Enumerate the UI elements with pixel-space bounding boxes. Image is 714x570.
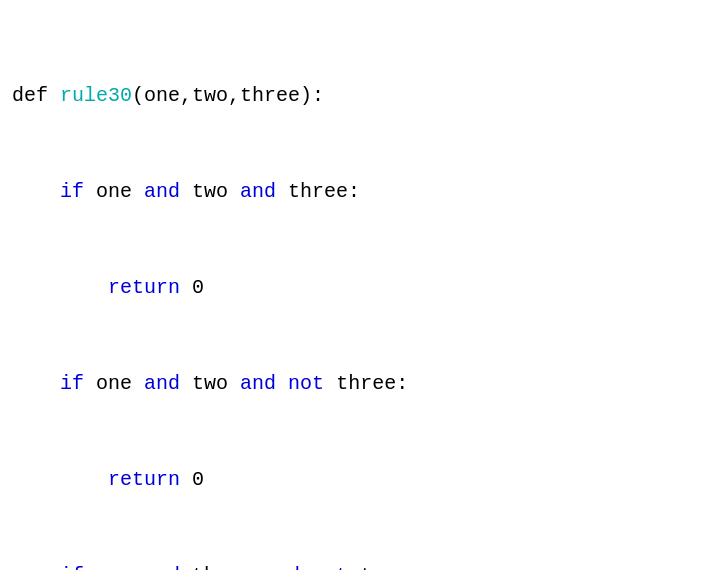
def-keyword: def bbox=[12, 84, 60, 107]
var: three: bbox=[324, 372, 408, 395]
var: three bbox=[180, 564, 264, 570]
if-keyword: if bbox=[60, 564, 84, 570]
line-1: if one and two and three: bbox=[12, 176, 702, 208]
line-1-return: return 0 bbox=[12, 272, 702, 304]
return-keyword: return bbox=[108, 468, 180, 491]
and-keyword: and bbox=[264, 564, 300, 570]
line-3: if one and three and not two: bbox=[12, 560, 702, 570]
var: one bbox=[84, 180, 144, 203]
and-keyword: and bbox=[144, 372, 180, 395]
var: three: bbox=[276, 180, 360, 203]
var: two bbox=[180, 372, 240, 395]
def-line: def rule30(one,two,three): bbox=[12, 80, 702, 112]
and-keyword: and bbox=[144, 564, 180, 570]
if-keyword: if bbox=[60, 180, 84, 203]
line-2: if one and two and not three: bbox=[12, 368, 702, 400]
code-block: def rule30(one,two,three): if one and tw… bbox=[12, 16, 702, 570]
not-keyword: not bbox=[288, 372, 324, 395]
line-2-return: return 0 bbox=[12, 464, 702, 496]
number: 0 bbox=[180, 276, 204, 299]
var: two bbox=[180, 180, 240, 203]
not-keyword: not bbox=[312, 564, 348, 570]
var bbox=[300, 564, 312, 570]
var: one bbox=[84, 372, 144, 395]
and-keyword: and bbox=[144, 180, 180, 203]
and-keyword: and bbox=[240, 372, 276, 395]
if-keyword: if bbox=[60, 372, 84, 395]
var bbox=[276, 372, 288, 395]
var: one bbox=[84, 564, 144, 570]
func-params: (one,two,three): bbox=[132, 84, 324, 107]
and-keyword: and bbox=[240, 180, 276, 203]
return-keyword: return bbox=[108, 276, 180, 299]
number: 0 bbox=[180, 468, 204, 491]
func-name: rule30 bbox=[60, 84, 132, 107]
var: two: bbox=[348, 564, 408, 570]
